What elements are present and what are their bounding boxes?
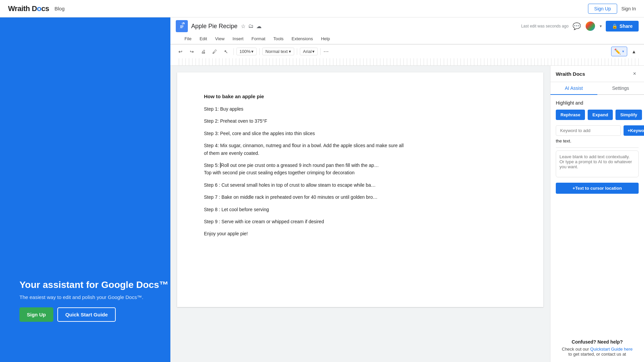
zoom-chevron-icon: ▾ <box>251 49 254 54</box>
left-panel: Your assistant for Google Docs™ The easi… <box>0 17 170 362</box>
ruler <box>170 58 644 66</box>
redo-button[interactable]: ↪ <box>187 47 197 56</box>
keyword-input[interactable] <box>556 125 621 136</box>
style-select[interactable]: Normal text ▾ <box>262 48 294 55</box>
doc-line-10: Enjoy your apple pie! <box>204 230 517 237</box>
style-chevron-icon: ▾ <box>289 49 291 54</box>
pen-icon-button[interactable]: ✏️ ▾ <box>611 47 627 56</box>
action-buttons: Rephrase Expand Simplify <box>556 110 639 120</box>
doc-title-right: Last edit was seconds ago 💬 ▾ 🔒 Share <box>521 21 639 32</box>
svg-rect-2 <box>180 26 183 27</box>
doc-icon <box>176 20 188 32</box>
sign-up-button-nav[interactable]: Sign Up <box>588 4 618 14</box>
menu-extensions[interactable]: Extensions <box>288 35 316 43</box>
collapse-toolbar-button[interactable]: ▲ <box>629 47 639 56</box>
wraith-sidebar: Wraith Docs × AI Assist Settings Highlig… <box>550 66 644 362</box>
logo: Wraith Docs <box>8 4 49 13</box>
doc-line-6: Step 6 : Cut several small holes in top … <box>204 181 517 189</box>
menu-edit[interactable]: Edit <box>196 35 210 43</box>
comment-icon[interactable]: 💬 <box>573 22 581 30</box>
folder-icon[interactable]: 🗂 <box>248 23 254 29</box>
prompt-textarea[interactable] <box>556 150 639 177</box>
paint-format-button[interactable]: 🖊 <box>210 47 219 56</box>
text-cursor-button[interactable]: +Text to cursor location <box>556 183 639 194</box>
expand-button[interactable]: Expand <box>588 110 613 120</box>
share-button[interactable]: 🔒 Share <box>606 21 639 32</box>
sign-in-button-nav[interactable]: Sign In <box>621 6 636 11</box>
quickstart-link[interactable]: Quickstart Guide here <box>590 347 633 352</box>
doc-titlebar: Apple Pie Recipe ☆ 🗂 ☁ Last edit was sec… <box>170 17 644 44</box>
star-icon[interactable]: ☆ <box>241 23 246 29</box>
ws-title: Wraith Docs <box>556 71 585 77</box>
ruler-inner <box>176 58 639 65</box>
menu-format[interactable]: Format <box>248 35 269 43</box>
divider <box>556 147 639 148</box>
highlight-label: Highlight and <box>556 100 639 106</box>
menu-file[interactable]: File <box>181 35 195 43</box>
main-area: Your assistant for Google Docs™ The easi… <box>0 17 644 362</box>
subtext: the text. <box>556 138 639 143</box>
add-keyword-button[interactable]: +Keyword to <box>624 125 644 136</box>
doc-line-1: Step 1: Buy apples <box>204 105 517 113</box>
close-icon[interactable]: × <box>631 70 639 78</box>
zoom-select[interactable]: 100% ▾ <box>236 48 257 55</box>
menu-help[interactable]: Help <box>318 35 333 43</box>
toolbar: ↩ ↪ 🖨 🖊 ↖ 100% ▾ Normal text ▾ Arial ▾ ⋯ <box>170 44 644 58</box>
tab-ai-assist[interactable]: AI Assist <box>550 82 597 94</box>
tab-settings[interactable]: Settings <box>597 82 644 94</box>
pen-chevron-icon: ▾ <box>622 49 624 54</box>
doc-title-icons: ☆ 🗂 ☁ <box>241 23 262 29</box>
avatar <box>585 21 596 32</box>
top-nav: Wraith Docs Blog Sign Up Sign In <box>0 0 644 17</box>
doc-line-0: How to bake an apple pie <box>204 93 517 101</box>
svg-rect-3 <box>180 27 182 28</box>
left-panel-heading: Your assistant for Google Docs™ <box>19 279 170 291</box>
undo-button[interactable]: ↩ <box>176 47 185 56</box>
menu-tools[interactable]: Tools <box>270 35 287 43</box>
doc-title: Apple Pie Recipe <box>191 23 237 30</box>
menu-bar: File Edit View Insert Format Tools Exten… <box>176 34 639 44</box>
doc-title-left: Apple Pie Recipe ☆ 🗂 ☁ <box>176 20 262 32</box>
doc-body: How to bake an apple pie Step 1: Buy app… <box>170 66 644 362</box>
doc-page-area[interactable]: How to bake an apple pie Step 1: Buy app… <box>170 66 550 362</box>
toolbar-divider-4 <box>320 48 321 55</box>
doc-line-5: Step 5: Roll out one pie crust onto a gr… <box>204 162 517 177</box>
doc-title-row: Apple Pie Recipe ☆ 🗂 ☁ Last edit was sec… <box>176 20 639 32</box>
svg-rect-1 <box>180 25 183 26</box>
font-select[interactable]: Arial ▾ <box>300 48 318 55</box>
ws-content: Highlight and Rephrase Expand Simplify +… <box>550 95 644 334</box>
rephrase-button[interactable]: Rephrase <box>556 110 585 120</box>
menu-insert[interactable]: Insert <box>229 35 247 43</box>
left-panel-buttons: Sign Up Quick Start Guide <box>19 307 170 322</box>
font-chevron-icon: ▾ <box>312 49 315 54</box>
avatar-chevron-icon[interactable]: ▾ <box>600 24 602 28</box>
cloud-icon[interactable]: ☁ <box>256 23 262 29</box>
doc-line-7: Step 7 : Bake on middle rack in preheate… <box>204 193 517 201</box>
doc-line-3: Step 3: Peel, core and slice the apples … <box>204 130 517 137</box>
keyword-row: +Keyword to <box>556 125 639 136</box>
toolbar-divider-1 <box>233 48 234 55</box>
ws-help-suffix: to get started, or contact us at <box>569 352 626 357</box>
sign-up-button-main[interactable]: Sign Up <box>19 307 53 322</box>
menu-view[interactable]: View <box>212 35 228 43</box>
toolbar-divider-3 <box>297 48 297 55</box>
print-button[interactable]: 🖨 <box>199 47 208 56</box>
doc-page[interactable]: How to bake an apple pie Step 1: Buy app… <box>177 72 543 307</box>
doc-line-8: Step 8 : Let cool before serving <box>204 206 517 213</box>
pen-icon-area: ✏️ ▾ <box>611 47 627 56</box>
quick-start-button[interactable]: Quick Start Guide <box>57 307 116 322</box>
ws-help: Confused? Need help? Check out our Quick… <box>550 334 644 362</box>
blog-link[interactable]: Blog <box>54 6 64 11</box>
last-edit: Last edit was seconds ago <box>521 24 569 28</box>
doc-line-2: Step 2: Preheat oven to 375°F <box>204 117 517 125</box>
ws-help-text: Check out our <box>562 347 590 352</box>
more-options-icon[interactable]: ⋯ <box>323 48 329 55</box>
ws-tabs: AI Assist Settings <box>550 82 644 95</box>
left-panel-subtext: The easiest way to edit and polish your … <box>19 294 170 300</box>
simplify-button[interactable]: Simplify <box>615 110 642 120</box>
pointer-button[interactable]: ↖ <box>221 47 231 56</box>
doc-window: Apple Pie Recipe ☆ 🗂 ☁ Last edit was sec… <box>170 17 644 362</box>
nav-left: Wraith Docs Blog <box>8 4 65 13</box>
doc-line-4: Step 4: Mix sugar, cinnamon, nutmeg and … <box>204 142 517 157</box>
ws-help-title: Confused? Need help? <box>556 339 639 345</box>
